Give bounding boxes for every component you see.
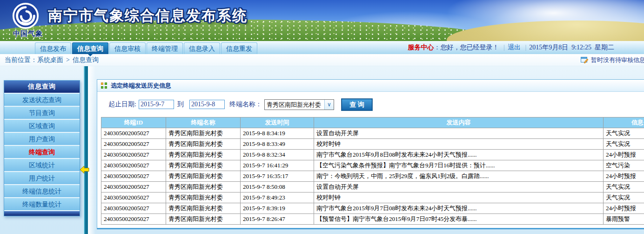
table-cell: 南宁市气象台2015年9月8日08时发布未来24小时天气预报...... — [314, 150, 604, 160]
table-cell: 青秀区南阳新光村委 — [166, 139, 241, 150]
table-cell: 天气实况 — [604, 193, 644, 203]
logo-caption: 中国气象 — [9, 29, 47, 38]
separator: | — [525, 44, 526, 51]
table-cell: 天气实况 — [604, 128, 644, 139]
table-cell: 青秀区南阳新光村委 — [166, 160, 241, 171]
table-cell: 设置自动开关屏 — [314, 182, 604, 193]
sidebar-menu: 信息查询 发送状态查询节目查询区域查询用户查询终端查询区域统计用户统计终端信息统… — [4, 80, 80, 216]
column-header: 发送时间 — [241, 117, 314, 128]
table-cell: 2015-9-8 8:33:49 — [241, 139, 314, 150]
table-cell: 2015-9-7 16:41:29 — [241, 160, 314, 171]
nav-tab-4[interactable]: 终端管理 — [147, 42, 183, 54]
sidebar-item-2[interactable]: 节目查询 — [4, 106, 80, 119]
table-cell: 240305002005027 — [101, 203, 166, 214]
nav-tab-5[interactable]: 信息录入 — [184, 42, 220, 54]
date-to-input[interactable] — [189, 100, 225, 109]
pending-review-text: 暂时没有待审核信息 — [591, 56, 644, 63]
nav-tab-6[interactable]: 信息重发 — [221, 42, 257, 54]
table-cell: 240305002005027 — [101, 214, 166, 225]
breadcrumb-home-link[interactable]: 系统桌面 — [37, 56, 63, 63]
table-cell: 24小时预报 — [604, 171, 644, 182]
table-cell: 2015-9-7 8:39:19 — [241, 203, 314, 214]
table-cell: 【空气污染气象条件预报】南宁市气象台9月7日16时提供：预计...... — [314, 160, 604, 171]
breadcrumb: 当前位置：系统桌面>信息查询 — [5, 54, 99, 66]
table-cell: 2015-9-8 8:32:34 — [241, 150, 314, 160]
wheat-field-graphic — [447, 21, 644, 41]
sidebar-item-8[interactable]: 终端信息统计 — [4, 184, 80, 197]
panel-title: 选定终端发送历史信息 — [111, 82, 171, 90]
table-cell: 2015-9-7 16:35:17 — [241, 171, 314, 182]
sidebar-item-1[interactable]: 发送状态查询 — [4, 93, 80, 106]
query-button[interactable]: 查 询 — [342, 99, 372, 110]
table-cell: 240305002005027 — [101, 171, 166, 182]
table-cell: 24小时预报 — [604, 150, 644, 160]
nav-tab-2[interactable]: 信息查询 — [72, 42, 108, 54]
table-cell: 青秀区南阳新光村委 — [166, 214, 241, 225]
location-label: 当前位置： — [5, 56, 37, 63]
nav-tab-3[interactable]: 信息审核 — [109, 42, 146, 54]
sidebar-item-6[interactable]: 区域统计 — [4, 158, 80, 171]
content-area: 信息查询 发送状态查询节目查询区域查询用户查询终端查询区域统计用户统计终端信息统… — [0, 66, 644, 234]
sidebar-item-4[interactable]: 用户查询 — [4, 132, 80, 145]
active-tab-pointer-icon — [87, 54, 93, 59]
panel-blocks-icon — [101, 83, 107, 89]
table-cell: 240305002005027 — [101, 150, 166, 160]
sidebar-items: 发送状态查询节目查询区域查询用户查询终端查询区域统计用户统计终端信息统计终端数量… — [4, 93, 80, 210]
sidebar-item-5[interactable]: 终端查询 — [4, 145, 80, 158]
service-center-info: 服务中心：您好，您已经登录！ |退出 |2015年9月8日 9:12:25 星期… — [408, 41, 614, 54]
filter-form: 起止日期: 到 终端名称： 青秀区南阳新光村委 ∨ 查 询 — [97, 92, 644, 117]
breadcrumb-current-link[interactable]: 信息查询 — [73, 56, 99, 63]
sidebar-item-3[interactable]: 区域查询 — [4, 119, 80, 132]
to-label: 到 — [177, 100, 184, 109]
table-row[interactable]: 240305002005027青秀区南阳新光村委2015-9-7 16:35:1… — [101, 171, 644, 182]
table-cell: 2015-9-7 8:26:47 — [241, 214, 314, 225]
terminal-name-label: 终端名称： — [229, 100, 262, 109]
sidebar-item-7[interactable]: 用户统计 — [4, 171, 80, 184]
table-cell: 240305002005027 — [101, 128, 166, 139]
date-range-label: 起止日期: — [108, 100, 136, 109]
table-cell: 青秀区南阳新光村委 — [166, 128, 241, 139]
sidebar-item-9[interactable]: 终端数量统计 — [4, 197, 80, 210]
column-header: 发送内容 — [314, 117, 604, 128]
history-table: 终端ID终端名称发送时间发送内容信息位 240305002005027青秀区南阳… — [101, 117, 644, 225]
table-cell: 2015-9-7 8:50:08 — [241, 182, 314, 193]
table-cell: 青秀区南阳新光村委 — [166, 182, 241, 193]
table-cell: 青秀区南阳新光村委 — [166, 171, 241, 182]
terminal-select[interactable]: 青秀区南阳新光村委 ∨ — [264, 99, 334, 110]
table-cell: 2015-9-8 8:34:19 — [241, 128, 314, 139]
table-cell: 240305002005027 — [101, 139, 166, 150]
column-header: 终端名称 — [166, 117, 241, 128]
table-cell: 南宁：今晚到明天，中雨，25到29度，偏东风1到2级。白露踏...... — [314, 171, 604, 182]
table-row[interactable]: 240305002005027青秀区南阳新光村委2015-9-7 16:41:2… — [101, 160, 644, 171]
divider-fade — [88, 66, 96, 234]
table-cell: 青秀区南阳新光村委 — [166, 203, 241, 214]
header-banner: 中国气象 南宁市气象综合信息发布系统 — [0, 0, 644, 41]
nav-tab-1[interactable]: 信息发布 — [35, 42, 71, 54]
combo-dropdown-icon[interactable]: ∨ — [324, 100, 334, 110]
nav-tabs: 信息发布信息查询信息审核终端管理信息录入信息重发 — [35, 42, 257, 54]
table-row[interactable]: 240305002005027青秀区南阳新光村委2015-9-7 8:26:47… — [101, 214, 644, 225]
table-cell: 【预警信号】南宁市气象台2015年9月7日07时45分发布暴...... — [314, 214, 604, 225]
panel-header: 选定终端发送历史信息 — [97, 80, 644, 92]
table-cell: 南宁市气象台2015年9月7日08时发布未来24小时天气预报...... — [314, 203, 604, 214]
table-cell: 240305002005027 — [101, 193, 166, 203]
table-row[interactable]: 240305002005027青秀区南阳新光村委2015-9-7 8:49:23… — [101, 193, 644, 203]
breadcrumb-bar: 当前位置：系统桌面>信息查询 暂时没有待审核信息 — [0, 54, 644, 66]
column-header: 信息位 — [604, 117, 644, 128]
history-panel: 选定终端发送历史信息 起止日期: 到 终端名称： 青秀区南阳新光村委 ∨ 查 询… — [97, 79, 644, 229]
table-row[interactable]: 240305002005027青秀区南阳新光村委2015-9-8 8:32:34… — [101, 150, 644, 160]
breadcrumb-arrow: > — [66, 56, 70, 63]
column-header: 终端ID — [101, 117, 166, 128]
sidebar-collapse-arrow-icon[interactable] — [79, 165, 90, 176]
table-row[interactable]: 240305002005027青秀区南阳新光村委2015-9-7 8:39:19… — [101, 203, 644, 214]
table-row[interactable]: 240305002005027青秀区南阳新光村委2015-9-8 8:33:49… — [101, 139, 644, 150]
table-cell: 青秀区南阳新光村委 — [166, 150, 241, 160]
table-row[interactable]: 240305002005027青秀区南阳新光村委2015-9-8 8:34:19… — [101, 128, 644, 139]
date-from-input[interactable] — [139, 100, 174, 109]
table-cell: 天气实况 — [604, 139, 644, 150]
terminal-select-value: 青秀区南阳新光村委 — [265, 100, 324, 110]
logout-link[interactable]: 退出 — [508, 44, 521, 51]
table-cell: 校对时钟 — [314, 139, 604, 150]
pending-review-status: 暂时没有待审核信息 — [581, 54, 644, 66]
table-row[interactable]: 240305002005027青秀区南阳新光村委2015-9-7 8:50:08… — [101, 182, 644, 193]
